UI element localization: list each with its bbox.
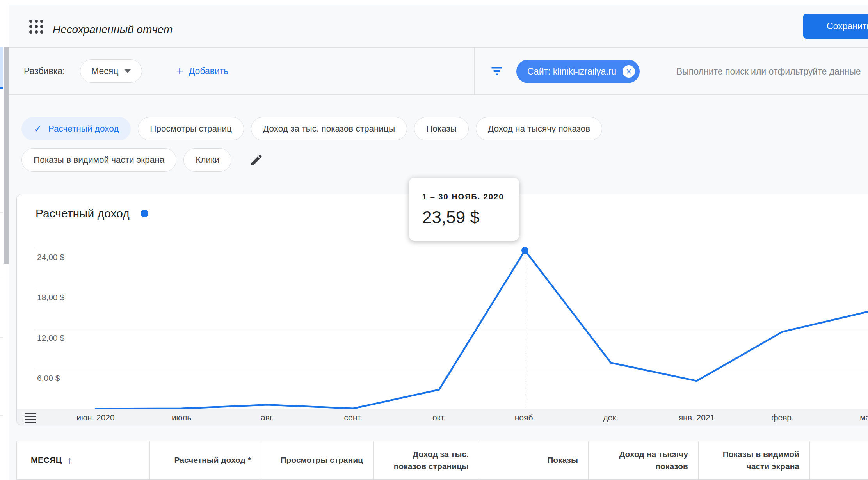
page: Несохраненный отчет Сохранить Разбивка: … (0, 0, 868, 480)
chip-remove-icon[interactable]: ✕ (623, 65, 635, 78)
metric-chip-label: Клики (196, 155, 219, 165)
metric-chip-label: Доход за тыс. показов страницы (263, 124, 395, 134)
column-header[interactable]: Показы в видимой части экрана (699, 441, 810, 480)
rail-divider (0, 337, 3, 338)
tooltip-date-range: 1 – 30 НОЯБ. 2020 (422, 192, 519, 201)
metric-chip[interactable]: ✓Расчетный доход (21, 117, 131, 140)
data-point-marker[interactable] (521, 247, 528, 254)
toolbar: Разбивка: Месяц + Добавить Сайт: kliniki… (9, 48, 868, 95)
rail-active-indicator (0, 47, 3, 89)
metric-chip-label: Показы в видимой части экрана (34, 155, 164, 165)
x-axis-label: янв. 2021 (679, 413, 715, 422)
metric-chip-label: Доход на тысячу показов (488, 124, 590, 134)
check-icon: ✓ (34, 123, 42, 135)
series-line (96, 251, 868, 409)
metric-chip[interactable]: Просмотры страниц (138, 117, 244, 140)
x-axis-label: сент. (344, 413, 363, 422)
metric-chip-label: Расчетный доход (48, 124, 119, 134)
chart-tooltip: 1 – 30 НОЯБ. 2020 23,59 $ (409, 178, 519, 241)
rail-divider (0, 275, 3, 275)
edit-metrics-button[interactable] (249, 148, 263, 172)
apps-grid-icon[interactable] (29, 20, 44, 34)
metric-chip-label: Просмотры страниц (150, 124, 232, 134)
save-button[interactable]: Сохранить (803, 14, 868, 39)
breakdown-value: Месяц (91, 66, 118, 76)
column-header-label: Доход на тысячу показов (619, 448, 688, 472)
site-filter-label: Сайт: kliniki-izrailya.ru (527, 66, 616, 77)
rail-divider (0, 415, 3, 416)
metric-chip[interactable]: Показы в видимой части экрана (21, 148, 176, 172)
column-header-label: Показы (547, 454, 578, 466)
x-axis-label: окт. (432, 413, 446, 422)
rail-divider (0, 150, 3, 150)
breakdown-select[interactable]: Месяц (80, 59, 142, 83)
left-rail (0, 5, 9, 480)
metric-chip[interactable]: Доход на тысячу показов (476, 117, 602, 140)
column-header[interactable]: Доход за тыс. показов страницы (374, 441, 479, 480)
x-axis-label: февр. (771, 413, 794, 422)
column-header-label: Показы в видимой части экрана (723, 448, 799, 472)
column-header-label: Расчетный доход * (174, 454, 251, 466)
x-axis-label: дек. (603, 413, 619, 422)
toolbar-divider (474, 48, 475, 94)
metric-chips-row-1: ✓Расчетный доходПросмотры страницДоход з… (21, 117, 602, 140)
add-label: Добавить (189, 66, 229, 76)
filter-icon[interactable] (490, 64, 504, 80)
scrollbar-thumb[interactable] (4, 47, 9, 264)
column-header-label: Просмотры страниц (280, 454, 363, 466)
pencil-icon (249, 153, 263, 167)
plus-icon: + (176, 65, 183, 77)
column-header-label: МЕСЯЦ (31, 454, 62, 466)
x-axis-label: июн. 2020 (76, 413, 114, 422)
column-header[interactable]: Показы (479, 441, 589, 480)
metric-chip[interactable]: Показы (414, 117, 469, 140)
app-header: Несохраненный отчет Сохранить (9, 5, 868, 48)
report-title: Несохраненный отчет (53, 23, 173, 36)
column-header (810, 441, 868, 480)
table-header-row: МЕСЯЦ↑Расчетный доход *Просмотры страниц… (16, 441, 868, 480)
rail-divider (0, 212, 3, 213)
x-axis-label: июль (172, 413, 191, 422)
metric-chip-label: Показы (426, 124, 457, 134)
sort-ascending-icon: ↑ (68, 453, 73, 467)
metric-chip[interactable]: Доход за тыс. показов страницы (251, 117, 407, 140)
column-header[interactable]: МЕСЯЦ↑ (16, 441, 150, 480)
column-header-label: Доход за тыс. показов страницы (394, 448, 469, 472)
metric-chips-row-2: Показы в видимой части экранаКлики (21, 148, 263, 172)
column-header[interactable]: Просмотры страниц (261, 441, 374, 480)
column-header[interactable]: Расчетный доход * (150, 441, 261, 480)
site-filter-chip[interactable]: Сайт: kliniki-izrailya.ru ✕ (516, 60, 640, 83)
axis-menu-icon[interactable] (25, 413, 36, 423)
x-axis-label: нояб. (515, 413, 535, 422)
column-header[interactable]: Доход на тысячу показов (589, 441, 699, 480)
chevron-down-icon (125, 69, 131, 73)
x-axis-label: мар. (860, 413, 868, 422)
add-breakdown-button[interactable]: + Добавить (176, 59, 228, 83)
x-axis-label: авг. (261, 413, 274, 422)
tooltip-value: 23,59 $ (422, 208, 519, 227)
search-input[interactable] (676, 60, 868, 83)
metric-chip[interactable]: Клики (183, 148, 231, 172)
breakdown-label: Разбивка: (24, 66, 65, 76)
x-axis: июн. 2020июльавг.сент.окт.нояб.дек.янв. … (17, 409, 868, 425)
